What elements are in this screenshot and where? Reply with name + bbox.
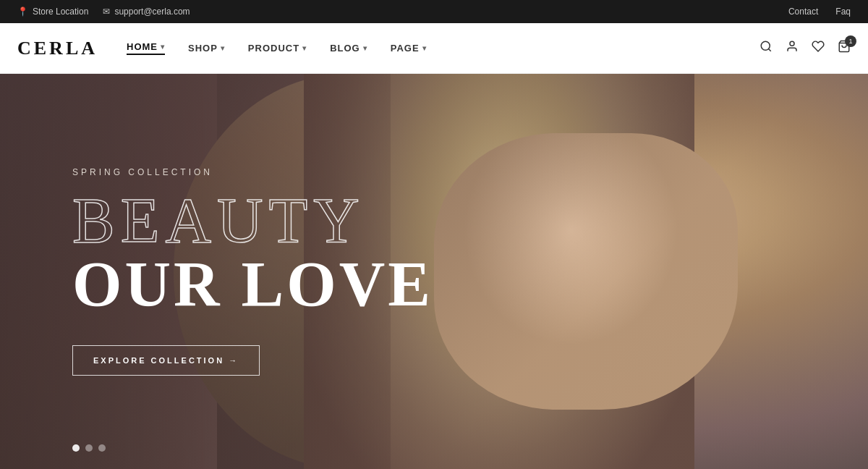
cart-icon[interactable]: 1 (838, 40, 851, 56)
navbar: Cerla HOME ▾ SHOP ▾ PRODUCT ▾ (0, 23, 868, 74)
hero-section: SPRING COLLECTION BEAUTY OUR LOVE EXPLOR… (0, 74, 868, 469)
hero-title-beauty: BEAUTY (72, 189, 433, 253)
hero-title-love: OUR LOVE (72, 253, 433, 316)
slide-dot-3[interactable] (98, 444, 106, 452)
nav-item-home[interactable]: HOME ▾ (127, 41, 165, 55)
email-contact[interactable]: ✉ support@cerla.com (103, 7, 190, 17)
top-bar-left: 📍 Store Location ✉ support@cerla.com (17, 7, 190, 17)
logo[interactable]: Cerla (17, 38, 98, 59)
store-location[interactable]: 📍 Store Location (17, 7, 88, 17)
explore-collection-button[interactable]: EXPLORE COLLECTION → (72, 345, 260, 376)
nav-item-page[interactable]: PAGE ▾ (391, 43, 427, 54)
nav-item-blog[interactable]: BLOG ▾ (330, 43, 367, 54)
nav-right: 1 (760, 40, 851, 56)
hero-content: SPRING COLLECTION BEAUTY OUR LOVE EXPLOR… (72, 167, 433, 376)
location-icon: 📍 (17, 7, 28, 17)
faq-link[interactable]: Faq (835, 7, 851, 17)
email-icon: ✉ (103, 7, 110, 17)
nav-page-label: PAGE (391, 43, 420, 54)
slide-dot-2[interactable] (85, 444, 93, 452)
chevron-down-icon: ▾ (422, 44, 427, 52)
account-icon[interactable] (786, 40, 799, 56)
slide-indicators (72, 444, 106, 452)
nav-blog-label: BLOG (330, 43, 360, 54)
cart-badge: 1 (845, 35, 856, 47)
chevron-down-icon: ▾ (302, 44, 307, 52)
top-bar-right: Contact Faq (788, 7, 851, 17)
nav-item-shop[interactable]: SHOP ▾ (188, 43, 225, 54)
nav-links: HOME ▾ SHOP ▾ PRODUCT ▾ BLOG ▾ (127, 41, 427, 55)
nav-product-label: PRODUCT (248, 43, 299, 54)
nav-item-product[interactable]: PRODUCT ▾ (248, 43, 307, 54)
chevron-down-icon: ▾ (363, 44, 367, 52)
hero-subtitle: SPRING COLLECTION (72, 167, 433, 177)
chevron-down-icon: ▾ (221, 44, 225, 52)
chevron-down-icon: ▾ (161, 43, 165, 51)
wishlist-icon[interactable] (812, 40, 825, 56)
contact-link[interactable]: Contact (788, 7, 818, 17)
nav-left: Cerla HOME ▾ SHOP ▾ PRODUCT ▾ (17, 38, 427, 59)
svg-point-0 (761, 41, 770, 50)
nav-home-label: HOME (127, 41, 158, 52)
top-bar: 📍 Store Location ✉ support@cerla.com Con… (0, 0, 868, 23)
svg-point-1 (790, 41, 794, 46)
search-icon[interactable] (760, 40, 773, 56)
slide-dot-1[interactable] (72, 444, 80, 452)
nav-shop-label: SHOP (188, 43, 218, 54)
